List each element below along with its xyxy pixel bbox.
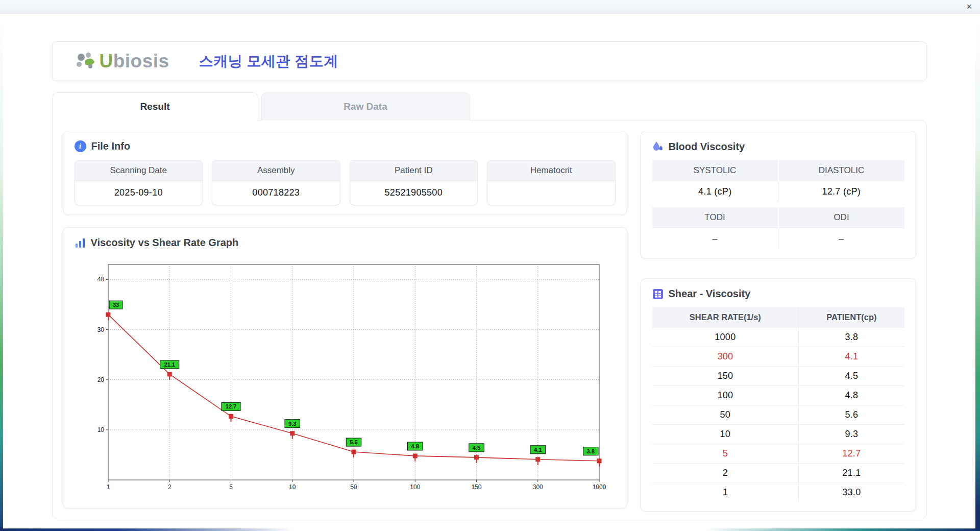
svg-text:30: 30 [97, 326, 104, 333]
svg-text:100: 100 [410, 484, 420, 491]
svg-text:20: 20 [97, 376, 104, 383]
shear-viscosity-table: SHEAR RATE(1/s) PATIENT(cp) 10003.83004.… [652, 307, 904, 502]
file-info-field: Patient ID52521905500 [350, 160, 478, 205]
svg-text:33: 33 [112, 302, 118, 308]
desktop-edge-bottom [0, 528, 980, 531]
svg-text:5: 5 [229, 484, 233, 491]
field-label: Patient ID [350, 160, 478, 181]
file-info-field: Assembly000718223 [212, 160, 340, 205]
file-info-fields: Scanning Date2025-09-10Assembly000718223… [75, 160, 616, 205]
bv-header-cell: ODI [778, 207, 904, 228]
bar-chart-icon [75, 237, 86, 249]
desktop-edge-right [975, 14, 980, 531]
svg-text:300: 300 [532, 484, 543, 491]
svg-text:10: 10 [289, 484, 296, 491]
field-label: Scanning Date [75, 160, 203, 181]
svg-text:10: 10 [97, 426, 104, 433]
page-title: 스캐닝 모세관 점도계 [199, 52, 338, 71]
svg-text:21.1: 21.1 [164, 361, 175, 368]
field-value: 000718223 [212, 181, 340, 205]
field-label: Hematocrit [487, 160, 615, 181]
svg-text:1: 1 [106, 484, 110, 491]
blood-viscosity-grid: SYSTOLICDIASTOLIC4.1 (cP)12.7 (cP)TODIOD… [652, 160, 904, 249]
bv-value-cell: 12.7 (cP) [778, 181, 904, 202]
field-value: 52521905500 [350, 181, 478, 205]
blood-viscosity-title: Blood Viscosity [652, 140, 904, 153]
close-icon[interactable]: × [966, 1, 972, 12]
bv-header-cell: SYSTOLIC [652, 160, 778, 181]
svg-text:4.1: 4.1 [534, 447, 542, 453]
svg-text:4.8: 4.8 [411, 443, 419, 449]
brand-logo: Ubiosis [75, 51, 169, 72]
table-row: 505.6 [652, 405, 904, 425]
graph-title: Viscosity vs Shear Rate Graph [75, 237, 616, 249]
tab-bar: Result Raw Data [52, 92, 927, 120]
app-header: Ubiosis 스캐닝 모세관 점도계 [52, 41, 927, 81]
svg-text:3.8: 3.8 [586, 448, 594, 454]
column-header-patient: PATIENT(cp) [799, 307, 904, 328]
grid-table-icon [652, 288, 664, 300]
svg-text:40: 40 [97, 276, 104, 283]
table-row: 512.7 [652, 444, 904, 464]
svg-text:150: 150 [471, 484, 481, 491]
info-icon: i [75, 140, 86, 152]
table-row: 1004.8 [652, 386, 904, 405]
file-info-field: Hematocrit [487, 160, 616, 205]
svg-text:12.7: 12.7 [225, 403, 236, 409]
droplet-icon [652, 140, 664, 153]
bv-value-cell: – [652, 228, 778, 249]
shear-viscosity-card: Shear - Viscosity SHEAR RATE(1/s) PATIEN… [641, 278, 916, 512]
bv-value-cell: – [778, 228, 904, 249]
file-info-card: i File Info Scanning Date2025-09-10Assem… [63, 131, 627, 215]
app-window: Ubiosis 스캐닝 모세관 점도계 Result Raw Data i Fi… [3, 14, 975, 528]
table-row: 3004.1 [652, 347, 904, 367]
titlebar: × [0, 0, 980, 14]
file-info-title: i File Info [75, 140, 616, 152]
table-row: 1504.5 [652, 367, 904, 386]
graph-card: Viscosity vs Shear Rate Graph 1020304012… [63, 227, 627, 509]
bv-value-cell: 4.1 (cP) [652, 181, 778, 202]
svg-text:1000: 1000 [592, 484, 606, 491]
shear-viscosity-title: Shear - Viscosity [652, 288, 904, 300]
bv-header-cell: DIASTOLIC [778, 160, 904, 181]
svg-text:50: 50 [350, 484, 357, 491]
field-value [487, 181, 615, 205]
table-row: 221.1 [652, 464, 904, 483]
viscosity-shear-chart: 10203040125105010015030010003321.112.79.… [88, 256, 616, 496]
ubiosis-logo-icon [75, 51, 96, 71]
tab-raw-data[interactable]: Raw Data [261, 92, 470, 120]
svg-text:2: 2 [167, 484, 171, 491]
tab-result[interactable]: Result [52, 92, 258, 120]
field-label: Assembly [212, 160, 340, 181]
brand-name: Ubiosis [100, 51, 169, 72]
svg-text:5.6: 5.6 [350, 439, 357, 445]
bv-header-cell: TODI [652, 207, 778, 228]
svg-text:4.5: 4.5 [472, 445, 480, 451]
file-info-field: Scanning Date2025-09-10 [75, 160, 203, 205]
field-value: 2025-09-10 [75, 181, 203, 205]
table-row: 10003.8 [652, 328, 904, 347]
result-panel: i File Info Scanning Date2025-09-10Assem… [52, 120, 927, 519]
column-header-shear-rate: SHEAR RATE(1/s) [652, 307, 799, 328]
svg-text:9.3: 9.3 [288, 421, 296, 427]
table-row: 109.3 [652, 425, 904, 444]
table-row: 133.0 [652, 483, 904, 502]
blood-viscosity-card: Blood Viscosity SYSTOLICDIASTOLIC4.1 (cP… [641, 131, 916, 259]
